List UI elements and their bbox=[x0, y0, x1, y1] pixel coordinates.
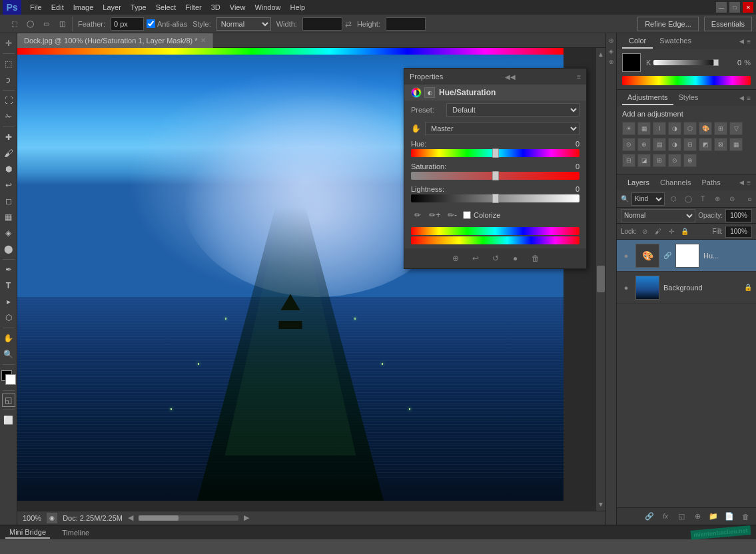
tool-gradient[interactable]: ▦ bbox=[1, 210, 16, 224]
colorize-checkbox[interactable] bbox=[463, 211, 471, 219]
layer-eye-background[interactable]: ● bbox=[621, 282, 631, 293]
adj-icon-11[interactable]: ⊞ bbox=[653, 154, 666, 167]
status-icon[interactable]: ◉ bbox=[47, 513, 57, 523]
layers-fx-btn[interactable]: fx bbox=[659, 510, 672, 523]
menu-layer[interactable]: Layer bbox=[98, 2, 126, 13]
tab-color[interactable]: Color bbox=[622, 34, 653, 49]
lock-image[interactable]: 🖌 bbox=[653, 226, 663, 237]
menu-type[interactable]: Type bbox=[126, 2, 151, 13]
hue-sat-icon-2[interactable]: ◐ bbox=[424, 87, 435, 98]
style-select[interactable]: Normal Fixed Ratio Fixed Size bbox=[216, 17, 271, 31]
lock-position[interactable]: ✛ bbox=[666, 226, 677, 237]
scroll-bar[interactable] bbox=[139, 515, 238, 521]
layers-filter-select[interactable]: Kind Name Effect Mode bbox=[631, 192, 665, 206]
adj-panel-menu[interactable]: ≡ bbox=[747, 95, 751, 102]
tool-rect-select[interactable]: ⬚ bbox=[1, 57, 16, 71]
layer-item-hue-sat[interactable]: ● 🎨 🔗 Hu... bbox=[617, 240, 756, 272]
background-color[interactable] bbox=[5, 374, 16, 385]
channel-select[interactable]: Master Reds Yellows Greens Cyans Blues M… bbox=[425, 122, 579, 135]
color-panel-expand[interactable]: ◀ bbox=[739, 38, 744, 45]
layers-mask-btn[interactable]: ◱ bbox=[675, 510, 688, 523]
layers-panel-expand[interactable]: ◀ bbox=[739, 179, 744, 186]
lock-transparency[interactable]: ⊘ bbox=[639, 226, 650, 237]
tab-adjustments[interactable]: Adjustments bbox=[622, 91, 673, 105]
eyedropper-button[interactable]: ✏ bbox=[411, 208, 424, 222]
panel-expand-icon[interactable]: ◀◀ bbox=[505, 73, 516, 81]
adj-panel-expand[interactable]: ◀ bbox=[739, 95, 744, 101]
layer-link-hue-sat[interactable]: 🔗 bbox=[663, 244, 671, 268]
filter-toggle[interactable]: ○ bbox=[747, 195, 752, 203]
footer-clip-icon[interactable]: ⊕ bbox=[448, 251, 463, 266]
tool-history-brush[interactable]: ↩ bbox=[1, 178, 16, 192]
tool-eyedropper[interactable]: ✁ bbox=[1, 109, 16, 124]
menu-3d[interactable]: 3D bbox=[206, 2, 225, 13]
layers-adj-btn[interactable]: ⊕ bbox=[691, 510, 704, 523]
layers-panel-menu[interactable]: ≡ bbox=[747, 179, 751, 186]
tool-type[interactable]: T bbox=[1, 278, 16, 293]
essentials-button[interactable]: Essentials bbox=[704, 17, 752, 31]
tool-pen[interactable]: ✒ bbox=[1, 262, 16, 277]
tool-move[interactable]: ✛ bbox=[1, 36, 16, 51]
menu-file[interactable]: File bbox=[25, 2, 47, 13]
layers-group-btn[interactable]: 📁 bbox=[707, 510, 720, 523]
adj-icon-exposure[interactable]: ◑ bbox=[668, 122, 681, 135]
adj-icon-13[interactable]: ⊗ bbox=[683, 154, 697, 167]
hue-thumb[interactable] bbox=[492, 148, 499, 158]
filter-btn-3[interactable]: T bbox=[697, 193, 709, 205]
lightness-thumb[interactable] bbox=[492, 194, 499, 203]
layer-eye-hue-sat[interactable]: ● bbox=[621, 250, 631, 261]
main-color-swatch[interactable] bbox=[622, 53, 641, 72]
feather-input[interactable] bbox=[111, 17, 144, 31]
footer-visibility-icon[interactable]: ● bbox=[508, 251, 523, 266]
blend-mode-select[interactable]: Normal Multiply Screen Overlay bbox=[621, 209, 695, 222]
tool-eraser[interactable]: ◻ bbox=[1, 194, 16, 208]
side-icon-1[interactable]: ⊕ bbox=[607, 36, 616, 45]
filter-btn-2[interactable]: ◯ bbox=[682, 193, 694, 205]
canvas-tab[interactable]: Dock.jpg @ 100% (Hue/Saturation 1, Layer… bbox=[17, 33, 213, 48]
adj-icon-posterize[interactable]: ⊟ bbox=[683, 138, 697, 151]
lightness-track[interactable] bbox=[411, 194, 579, 202]
tab-close[interactable]: ✕ bbox=[200, 37, 206, 44]
hue-sat-icon-1[interactable]: 🌗 bbox=[411, 87, 422, 98]
layers-new-btn[interactable]: 📄 bbox=[723, 510, 736, 523]
tab-styles[interactable]: Styles bbox=[673, 91, 704, 105]
tab-mini-bridge[interactable]: Mini Bridge bbox=[5, 527, 50, 539]
layers-link-btn[interactable]: 🔗 bbox=[643, 510, 656, 523]
tab-channels[interactable]: Channels bbox=[655, 176, 696, 189]
opacity-input[interactable] bbox=[725, 209, 752, 222]
tool-clone[interactable]: ⬢ bbox=[1, 162, 16, 176]
tool-healing[interactable]: ✚ bbox=[1, 130, 16, 144]
adj-icon-invert[interactable]: ◑ bbox=[668, 138, 681, 151]
saturation-thumb[interactable] bbox=[492, 171, 499, 180]
eyedropper-plus-button[interactable]: ✏+ bbox=[428, 208, 442, 222]
width-input[interactable] bbox=[302, 17, 342, 31]
tool-hand[interactable]: ✋ bbox=[1, 331, 16, 346]
fill-input[interactable] bbox=[725, 226, 752, 238]
adj-icon-hue-sat[interactable]: 🎨 bbox=[699, 122, 712, 135]
anti-alias-checkbox[interactable] bbox=[147, 19, 155, 28]
adj-icon-threshold[interactable]: ◩ bbox=[699, 138, 712, 151]
colorize-label[interactable]: Colorize bbox=[463, 211, 500, 219]
adj-icon-black-white[interactable]: ▽ bbox=[729, 122, 743, 135]
channel-hand-icon[interactable]: ✋ bbox=[411, 124, 421, 133]
tab-paths[interactable]: Paths bbox=[697, 176, 726, 189]
tool-blur[interactable]: ◈ bbox=[1, 226, 16, 240]
adj-icon-color-balance[interactable]: ⊞ bbox=[714, 122, 727, 135]
color-panel-menu[interactable]: ≡ bbox=[747, 38, 751, 45]
selection-tool-rect[interactable]: ⬚ bbox=[7, 17, 21, 31]
side-icon-2[interactable]: ◈ bbox=[607, 47, 616, 56]
tab-layers[interactable]: Layers bbox=[622, 176, 655, 189]
filter-btn-1[interactable]: ⬡ bbox=[667, 193, 679, 205]
adj-icon-selective-color[interactable]: ▦ bbox=[729, 138, 743, 151]
eyedropper-minus-button[interactable]: ✏- bbox=[446, 208, 459, 222]
footer-reset-icon[interactable]: ↺ bbox=[488, 251, 503, 266]
adj-icon-curves[interactable]: ⌇ bbox=[653, 122, 666, 135]
adj-icon-9[interactable]: ⊟ bbox=[622, 154, 635, 167]
lock-all[interactable]: 🔒 bbox=[679, 226, 690, 237]
adj-icon-vibrance[interactable]: ⬡ bbox=[683, 122, 697, 135]
color-gradient-bar[interactable] bbox=[622, 76, 751, 85]
tool-crop[interactable]: ⛶ bbox=[1, 93, 16, 108]
height-input[interactable] bbox=[386, 17, 426, 31]
k-slider[interactable] bbox=[653, 60, 719, 65]
menu-image[interactable]: Image bbox=[69, 2, 99, 13]
